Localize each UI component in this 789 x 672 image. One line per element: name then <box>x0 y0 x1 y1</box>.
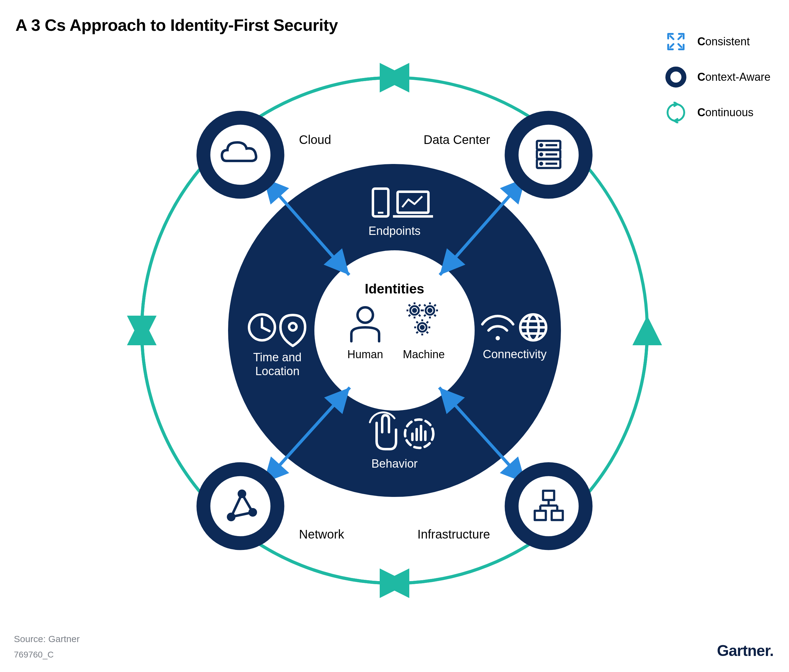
svg-line-33 <box>416 322 418 323</box>
connectivity-label: Connectivity <box>483 348 547 361</box>
server-icon <box>537 141 560 168</box>
timeloc-label2: Location <box>255 365 300 378</box>
identities-circle <box>315 250 474 411</box>
svg-line-13 <box>409 304 410 306</box>
svg-line-34 <box>426 332 428 333</box>
machine-label: Machine <box>403 348 445 361</box>
timeloc-label1: Time and <box>253 351 302 364</box>
consistent-icon <box>665 31 687 53</box>
legend-context-aware: Context-Aware <box>665 66 770 88</box>
svg-line-22 <box>434 304 436 306</box>
cloud-label: Cloud <box>299 133 331 146</box>
legend: Consistent Context-Aware Continuous <box>665 31 770 123</box>
gartner-logo: Gartner. <box>717 642 774 660</box>
figure-id: 769760_C <box>14 650 54 660</box>
svg-line-25 <box>424 315 426 316</box>
context-aware-icon <box>665 66 687 88</box>
continuous-icon <box>665 102 687 123</box>
diagram: Identities Human <box>86 38 703 623</box>
infrastructure-label: Infrastructure <box>417 527 490 541</box>
svg-point-64 <box>540 163 542 165</box>
endpoints-label: Endpoints <box>368 224 420 237</box>
datacenter-label: Data Center <box>423 133 490 146</box>
svg-point-27 <box>421 326 424 329</box>
svg-line-12 <box>419 304 420 306</box>
cloud-node: Cloud <box>203 118 331 192</box>
network-label: Network <box>299 527 345 541</box>
svg-line-15 <box>409 315 410 316</box>
legend-continuous: Continuous <box>665 102 770 123</box>
svg-line-32 <box>426 322 428 323</box>
svg-point-60 <box>540 144 542 146</box>
svg-point-0 <box>668 69 684 85</box>
svg-point-62 <box>540 154 542 155</box>
svg-line-23 <box>424 304 426 306</box>
svg-point-38 <box>495 336 500 340</box>
legend-consistent: Consistent <box>665 31 770 53</box>
identities-title: Identities <box>364 281 424 296</box>
svg-line-14 <box>419 315 420 316</box>
svg-point-17 <box>428 309 431 312</box>
svg-line-35 <box>416 332 418 333</box>
behavior-label: Behavior <box>371 457 418 470</box>
source-text: Source: Gartner <box>14 634 80 644</box>
svg-point-7 <box>413 309 416 312</box>
svg-line-24 <box>434 315 436 316</box>
human-label: Human <box>347 348 383 361</box>
